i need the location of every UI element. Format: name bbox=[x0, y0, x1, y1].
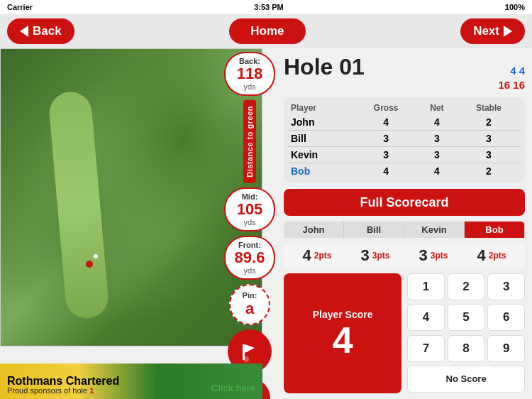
player-stable: 3 bbox=[457, 147, 521, 163]
number-button-3[interactable]: 3 bbox=[487, 273, 525, 300]
player-gross: 3 bbox=[355, 131, 416, 147]
player-gross: 3 bbox=[355, 147, 416, 163]
sponsor-click-label[interactable]: Click here bbox=[211, 383, 255, 393]
svg-marker-1 bbox=[245, 344, 255, 353]
score-entry-3: 42pts bbox=[462, 246, 521, 265]
hole-scores: 4 4 16 16 bbox=[498, 64, 525, 92]
player-net: 3 bbox=[417, 131, 457, 147]
home-label: Home bbox=[250, 24, 284, 38]
distance-column: Back: 118 yds Distance to green Mid: 105… bbox=[224, 52, 275, 399]
player-tab-john[interactable]: John bbox=[284, 222, 344, 238]
player-name: John bbox=[288, 114, 355, 131]
pin-dot-white bbox=[93, 253, 99, 259]
player-net: 4 bbox=[417, 163, 457, 180]
distance-to-green-label: Distance to green bbox=[243, 100, 256, 183]
player-score-label: Player Score bbox=[313, 309, 373, 320]
player-score-box: Player Score 4 bbox=[284, 273, 401, 393]
hole-score-blue: 4 4 bbox=[498, 64, 525, 78]
hole-header: Hole 01 4 4 16 16 bbox=[284, 54, 525, 92]
front-value: 89.6 bbox=[228, 249, 271, 266]
score-number: 3 bbox=[419, 246, 428, 265]
time-label: 3:53 PM bbox=[254, 3, 284, 11]
table-row: Bob 4 4 2 bbox=[288, 163, 521, 180]
back-arrow-icon bbox=[20, 26, 28, 37]
col-header-player: Player bbox=[288, 102, 355, 114]
right-panel: Hole 01 4 4 16 16 Player Gross Net Stabl… bbox=[277, 48, 532, 399]
number-button-4[interactable]: 4 bbox=[407, 304, 445, 331]
player-stable: 2 bbox=[457, 114, 521, 131]
home-button[interactable]: Home bbox=[229, 18, 305, 44]
score-pts: 2pts bbox=[489, 251, 506, 261]
pin-value: a bbox=[245, 300, 254, 318]
number-button-9[interactable]: 9 bbox=[487, 335, 525, 362]
player-net: 4 bbox=[417, 114, 457, 131]
number-button-7[interactable]: 7 bbox=[407, 335, 445, 362]
nav-bar: Back Home Next bbox=[0, 14, 532, 48]
table-row: John 4 4 2 bbox=[288, 114, 521, 131]
player-name: Bill bbox=[288, 131, 355, 147]
bottom-section: Player Score 4 123456789No Score bbox=[284, 273, 525, 393]
mid-unit: yds bbox=[228, 218, 271, 226]
number-grid: 123456789No Score bbox=[407, 273, 525, 393]
flag-icon bbox=[239, 341, 260, 362]
player-score-value: 4 bbox=[333, 322, 353, 359]
svg-point-2 bbox=[243, 356, 249, 362]
back-value: 118 bbox=[228, 65, 271, 82]
next-arrow-icon bbox=[504, 26, 512, 37]
left-panel: Back: 118 yds Distance to green Mid: 105… bbox=[0, 48, 277, 399]
player-gross: 4 bbox=[355, 163, 416, 180]
mid-distance-badge: Mid: 105 yds bbox=[224, 187, 275, 231]
sponsor-sub: Proud sponsors of hole 1 bbox=[7, 386, 94, 395]
score-number: 4 bbox=[477, 246, 486, 265]
table-row: Bill 3 3 3 bbox=[288, 131, 521, 147]
pin-label: Pin: bbox=[243, 291, 257, 300]
number-button-5[interactable]: 5 bbox=[448, 304, 485, 331]
hole-title: Hole 01 bbox=[284, 54, 365, 80]
player-tab-bill[interactable]: Bill bbox=[344, 222, 404, 238]
score-row: 42pts33pts33pts42pts bbox=[284, 244, 525, 268]
sponsor-banner[interactable]: Rothmans Chartered Proud sponsors of hol… bbox=[0, 364, 262, 399]
full-scorecard-button[interactable]: Full Scorecard bbox=[284, 189, 525, 216]
pin-badge[interactable]: Pin: a bbox=[229, 284, 270, 325]
next-button[interactable]: Next bbox=[460, 18, 525, 44]
course-map bbox=[0, 48, 262, 346]
score-number: 3 bbox=[361, 246, 370, 265]
number-button-6[interactable]: 6 bbox=[487, 304, 525, 331]
next-label: Next bbox=[473, 24, 499, 38]
player-tabs: JohnBillKevinBob bbox=[284, 222, 525, 238]
mid-value: 105 bbox=[228, 201, 271, 218]
front-distance-badge: Front: 89.6 yds bbox=[224, 236, 275, 280]
back-button[interactable]: Back bbox=[7, 18, 74, 44]
col-header-net: Net bbox=[417, 102, 457, 114]
back-unit: yds bbox=[228, 82, 271, 91]
no-score-button[interactable]: No Score bbox=[407, 366, 525, 393]
player-tab-kevin[interactable]: Kevin bbox=[404, 222, 465, 238]
pin-dot-red bbox=[86, 261, 93, 268]
number-button-8[interactable]: 8 bbox=[448, 335, 485, 362]
number-button-1[interactable]: 1 bbox=[407, 273, 445, 300]
scorecard-table: Player Gross Net Stable John 4 4 2 Bill … bbox=[288, 102, 521, 179]
player-stable: 2 bbox=[457, 163, 521, 180]
main-content: Back: 118 yds Distance to green Mid: 105… bbox=[0, 48, 532, 399]
score-number: 4 bbox=[303, 246, 311, 265]
battery-label: 100% bbox=[505, 3, 525, 11]
status-bar: Carrier 3:53 PM 100% bbox=[0, 0, 532, 14]
front-unit: yds bbox=[228, 266, 271, 275]
score-pts: 3pts bbox=[431, 251, 448, 261]
number-button-2[interactable]: 2 bbox=[448, 273, 485, 300]
player-tab-bob[interactable]: Bob bbox=[465, 222, 525, 238]
score-pts: 3pts bbox=[372, 251, 390, 261]
table-row: Kevin 3 3 3 bbox=[288, 147, 521, 163]
player-gross: 4 bbox=[355, 114, 416, 131]
score-entry-1: 33pts bbox=[346, 246, 404, 265]
player-net: 3 bbox=[417, 147, 457, 163]
back-label: Back bbox=[33, 24, 62, 38]
player-name: Kevin bbox=[288, 147, 355, 163]
score-entry-0: 42pts bbox=[288, 246, 346, 265]
score-entry-2: 33pts bbox=[404, 246, 462, 265]
sponsor-hole-num: 1 bbox=[89, 386, 94, 395]
player-name: Bob bbox=[288, 163, 355, 180]
back-distance-badge: Back: 118 yds bbox=[224, 52, 275, 96]
player-stable: 3 bbox=[457, 131, 521, 147]
carrier-label: Carrier bbox=[7, 3, 33, 11]
